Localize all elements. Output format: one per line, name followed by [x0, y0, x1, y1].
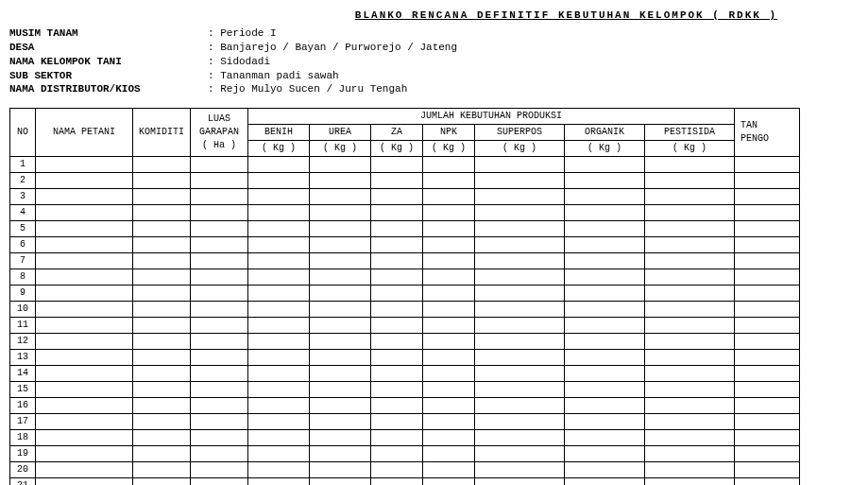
th-npk-unit: ( Kg )	[423, 141, 475, 157]
cell-empty	[645, 414, 735, 430]
th-pest: PESTISIDA	[645, 125, 735, 141]
cell-empty	[133, 446, 191, 462]
cell-empty	[371, 366, 423, 382]
cell-empty	[371, 302, 423, 318]
cell-empty	[371, 398, 423, 414]
cell-empty	[191, 350, 248, 366]
table-row: 3	[10, 189, 800, 205]
cell-empty	[475, 253, 565, 269]
cell-empty	[133, 478, 191, 485]
cell-empty	[423, 414, 475, 430]
cell-empty	[475, 269, 565, 286]
cell-empty	[310, 366, 371, 382]
cell-empty	[735, 221, 800, 237]
cell-empty	[36, 237, 133, 253]
cell-empty	[133, 318, 191, 334]
cell-empty	[310, 173, 371, 189]
th-urea: UREA	[310, 125, 371, 141]
value-desa: : Banjarejo / Bayan / Purworejo / Jateng	[208, 41, 457, 55]
cell-empty	[371, 414, 423, 430]
cell-empty	[645, 189, 735, 205]
th-org: ORGANIK	[565, 125, 645, 141]
cell-empty	[565, 446, 645, 462]
cell-empty	[565, 382, 645, 398]
cell-empty	[423, 205, 475, 221]
cell-empty	[133, 253, 191, 269]
cell-empty	[645, 334, 735, 350]
document-title: BLANKO RENCANA DEFINITIF KEBUTUHAN KELOM…	[255, 9, 868, 21]
cell-empty	[248, 478, 310, 485]
cell-empty	[133, 237, 191, 253]
th-urea-unit: ( Kg )	[310, 141, 371, 157]
cell-no: 15	[10, 382, 36, 398]
cell-empty	[565, 157, 645, 173]
cell-no: 3	[10, 189, 36, 205]
cell-empty	[248, 398, 310, 414]
cell-no: 5	[10, 221, 36, 237]
cell-empty	[310, 286, 371, 302]
cell-empty	[423, 189, 475, 205]
cell-empty	[565, 173, 645, 189]
cell-empty	[423, 253, 475, 269]
cell-empty	[423, 398, 475, 414]
cell-empty	[248, 382, 310, 398]
cell-empty	[423, 382, 475, 398]
cell-empty	[310, 157, 371, 173]
cell-empty	[133, 302, 191, 318]
table-row: 18	[10, 430, 800, 446]
cell-empty	[565, 398, 645, 414]
cell-empty	[248, 318, 310, 334]
cell-empty	[133, 414, 191, 430]
cell-empty	[735, 446, 800, 462]
cell-empty	[191, 221, 248, 237]
cell-empty	[248, 221, 310, 237]
cell-empty	[475, 318, 565, 334]
th-luas-1: LUAS	[208, 113, 230, 124]
cell-empty	[735, 366, 800, 382]
cell-empty	[191, 189, 248, 205]
cell-empty	[371, 382, 423, 398]
cell-empty	[191, 334, 248, 350]
cell-empty	[191, 382, 248, 398]
cell-no: 2	[10, 173, 36, 189]
cell-empty	[310, 430, 371, 446]
table-row: 21	[10, 478, 800, 485]
th-tan-1: TAN	[740, 120, 757, 130]
cell-empty	[248, 430, 310, 446]
cell-empty	[248, 350, 310, 366]
cell-empty	[133, 462, 191, 478]
table-row: 1	[10, 157, 800, 173]
cell-empty	[248, 189, 310, 205]
cell-empty	[475, 173, 565, 189]
cell-empty	[565, 253, 645, 269]
cell-empty	[475, 366, 565, 382]
cell-no: 18	[10, 430, 36, 446]
cell-empty	[423, 221, 475, 237]
cell-empty	[248, 446, 310, 462]
cell-empty	[310, 253, 371, 269]
value-subsektor: : Tananman padi sawah	[208, 69, 339, 83]
cell-no: 1	[10, 157, 36, 173]
cell-empty	[423, 350, 475, 366]
cell-empty	[371, 253, 423, 269]
cell-empty	[371, 173, 423, 189]
cell-empty	[735, 350, 800, 366]
cell-empty	[36, 173, 133, 189]
cell-empty	[248, 334, 310, 350]
cell-empty	[310, 318, 371, 334]
cell-empty	[191, 430, 248, 446]
cell-empty	[423, 302, 475, 318]
cell-empty	[36, 398, 133, 414]
cell-empty	[133, 334, 191, 350]
th-za: ZA	[371, 125, 423, 141]
cell-empty	[423, 269, 475, 286]
cell-empty	[565, 269, 645, 286]
table-row: 7	[10, 253, 800, 269]
rdkk-table: NO NAMA PETANI KOMIDITI LUAS GARAPAN ( H…	[9, 108, 800, 485]
th-benih-unit: ( Kg )	[248, 141, 310, 157]
cell-empty	[248, 237, 310, 253]
cell-no: 12	[10, 334, 36, 350]
cell-no: 14	[10, 366, 36, 382]
cell-empty	[191, 286, 248, 302]
cell-empty	[423, 430, 475, 446]
